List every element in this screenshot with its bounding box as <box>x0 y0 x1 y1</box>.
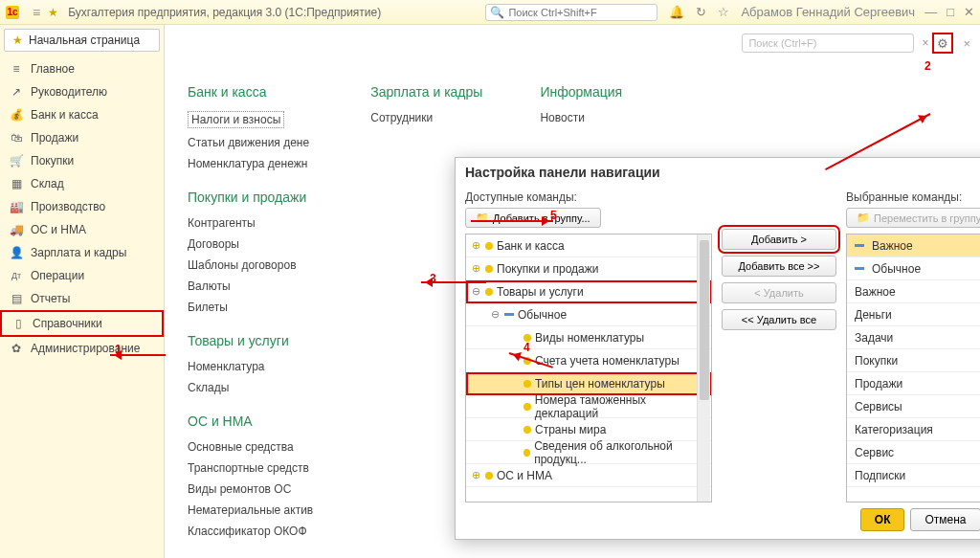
bag-icon: 🛍 <box>10 131 23 145</box>
history-icon[interactable]: ↻ <box>696 5 706 19</box>
sidebar-item-hr[interactable]: 👤Зарплата и кадры <box>0 241 164 264</box>
tree-row[interactable]: ⊕ОС и НМА <box>466 464 711 487</box>
tree-row[interactable]: Сведения об алкогольной продукц... <box>466 441 711 464</box>
sidebar-item-assets[interactable]: 🚚ОС и НМА <box>0 218 164 241</box>
sidebar-item-reports[interactable]: ▤Отчеты <box>0 287 164 310</box>
ref-search[interactable]: Поиск (Ctrl+F) <box>742 33 914 53</box>
ref-link[interactable]: Номенклатура денежн <box>188 155 313 172</box>
node-label: Номера таможенных деклараций <box>535 393 707 420</box>
ref-link[interactable]: Основные средства <box>188 438 313 456</box>
expand-icon[interactable]: ⊕ <box>470 239 481 252</box>
node-label: Страны мира <box>535 423 606 436</box>
ref-link[interactable]: Билеты <box>188 299 313 316</box>
ref-link[interactable]: Договоры <box>188 235 313 253</box>
tree-row-selected[interactable]: Типы цен номенклатуры <box>466 372 711 395</box>
list-item[interactable]: Деньги <box>847 303 980 326</box>
remove-button[interactable]: < Удалить <box>722 282 836 303</box>
list-item[interactable]: Обычное <box>847 257 980 280</box>
item-label: Категоризация <box>855 423 933 436</box>
sidebar-item-references[interactable]: ▯Справочники <box>0 310 164 337</box>
chosen-label: Выбранные команды: <box>846 190 980 204</box>
menu-icon[interactable]: ≡ <box>33 5 40 20</box>
ref-link[interactable]: Классификатор ОКОФ <box>188 523 313 540</box>
sidebar-item-sales[interactable]: 🛍Продажи <box>0 126 164 149</box>
list-item[interactable]: Продажи <box>847 372 980 395</box>
sidebar-item-admin[interactable]: ✿Администрирование <box>0 337 164 360</box>
cancel-button[interactable]: Отмена <box>910 508 980 531</box>
add-to-group-button[interactable]: 📁Добавить в группу... <box>465 208 601 228</box>
sidebar-item-bank[interactable]: 💰Банк и касса <box>0 103 164 126</box>
clear-icon[interactable]: × <box>922 36 928 50</box>
tree-row[interactable]: ⊕Банк и касса <box>466 234 711 257</box>
settings-button[interactable]: ⚙ <box>932 33 953 54</box>
start-page-button[interactable]: ★ Начальная страница <box>4 29 160 52</box>
close-icon[interactable]: ✕ <box>964 5 974 19</box>
ref-link[interactable]: Валюты <box>188 278 313 295</box>
ok-button[interactable]: ОК <box>860 508 905 531</box>
chosen-list[interactable]: Важное Обычное Важное Деньги Задачи Поку… <box>846 234 980 502</box>
star-fav-icon[interactable]: ☆ <box>718 5 729 19</box>
remove-all-button[interactable]: << Удалить все <box>722 309 836 330</box>
list-item[interactable]: Покупки <box>847 349 980 372</box>
star-icon[interactable]: ★ <box>48 6 58 19</box>
tree-row[interactable]: ⊖Товары и услуги <box>466 280 711 303</box>
global-search[interactable]: 🔍 <box>485 4 657 21</box>
add-all-button[interactable]: Добавить все >> <box>722 256 836 277</box>
add-button[interactable]: Добавить > <box>722 229 836 250</box>
ref-link[interactable]: Новости <box>540 109 622 126</box>
ref-link[interactable]: Транспортные средств <box>188 459 313 477</box>
main-area: Поиск (Ctrl+F) × ⚙ × Банк и касса Налоги… <box>165 25 980 558</box>
person-icon: 👤 <box>10 246 23 259</box>
maximize-icon[interactable]: □ <box>947 5 954 19</box>
list-item[interactable]: Задачи <box>847 326 980 349</box>
move-to-group-button[interactable]: 📁Переместить в группу... <box>846 208 980 228</box>
user-name[interactable]: Абрамов Геннадий Сергеевич <box>741 5 915 19</box>
sidebar-item-ops[interactable]: ДтОперации <box>0 264 164 287</box>
chart-icon: ↗ <box>10 85 23 99</box>
ref-link[interactable]: Контрагенты <box>188 214 313 232</box>
tree-row[interactable]: Страны мира <box>466 418 711 441</box>
bell-icon[interactable]: 🔔 <box>669 5 684 19</box>
ref-link[interactable]: Склады <box>188 379 313 396</box>
tree-row[interactable]: Виды номенклатуры <box>466 326 711 349</box>
sidebar-item-label: Склад <box>31 177 64 190</box>
list-item[interactable]: Подписки <box>847 464 980 487</box>
sidebar-item-label: ОС и НМА <box>31 223 86 236</box>
close-panel-icon[interactable]: × <box>963 36 970 51</box>
expand-icon[interactable]: ⊕ <box>470 469 481 481</box>
ref-link-label: Налоги и взносы <box>188 111 284 128</box>
sidebar-item-production[interactable]: 🏭Производство <box>0 195 164 218</box>
sidebar-item-purchases[interactable]: 🛒Покупки <box>0 149 164 172</box>
tree-row[interactable]: Счета учета номенклатуры <box>466 349 711 372</box>
star-icon: ★ <box>12 33 23 47</box>
sidebar-item-main[interactable]: ≡Главное <box>0 57 164 80</box>
scrollbar[interactable] <box>697 234 710 502</box>
ref-link[interactable]: Шаблоны договоров <box>188 257 313 274</box>
list-item[interactable]: Категоризация <box>847 418 980 441</box>
expand-icon[interactable]: ⊕ <box>470 262 481 275</box>
available-tree[interactable]: ⊕Банк и касса ⊕Покупки и продажи ⊖Товары… <box>465 234 712 502</box>
global-search-input[interactable] <box>508 7 653 18</box>
item-label: Подписки <box>855 469 905 482</box>
cart-icon: 🛒 <box>10 154 23 167</box>
collapse-icon[interactable]: ⊖ <box>470 285 481 298</box>
ref-link[interactable]: Сотрудники <box>370 109 482 126</box>
ref-link[interactable]: Виды ремонтов ОС <box>188 480 313 498</box>
scroll-thumb[interactable] <box>700 240 709 400</box>
collapse-icon[interactable]: ⊖ <box>489 308 501 321</box>
sidebar-item-manager[interactable]: ↗Руководителю <box>0 80 164 103</box>
ref-link[interactable]: Статьи движения дене <box>188 134 313 151</box>
ref-link[interactable]: Нематериальные актив <box>188 502 313 519</box>
tree-row[interactable]: ⊖Обычное <box>466 303 711 326</box>
tree-row[interactable]: Номера таможенных деклараций <box>466 395 711 418</box>
available-label: Доступные команды: <box>465 190 712 204</box>
ref-link[interactable]: Номенклатура <box>188 358 313 375</box>
list-item[interactable]: Важное <box>847 234 980 257</box>
list-item[interactable]: Сервисы <box>847 395 980 418</box>
minimize-icon[interactable]: — <box>924 5 937 19</box>
sidebar-item-warehouse[interactable]: ▦Склад <box>0 172 164 195</box>
list-item[interactable]: Важное <box>847 280 980 303</box>
ref-link[interactable]: Налоги и взносы <box>188 109 313 130</box>
tree-row[interactable]: ⊕Покупки и продажи <box>466 257 711 280</box>
list-item[interactable]: Сервис <box>847 441 980 464</box>
